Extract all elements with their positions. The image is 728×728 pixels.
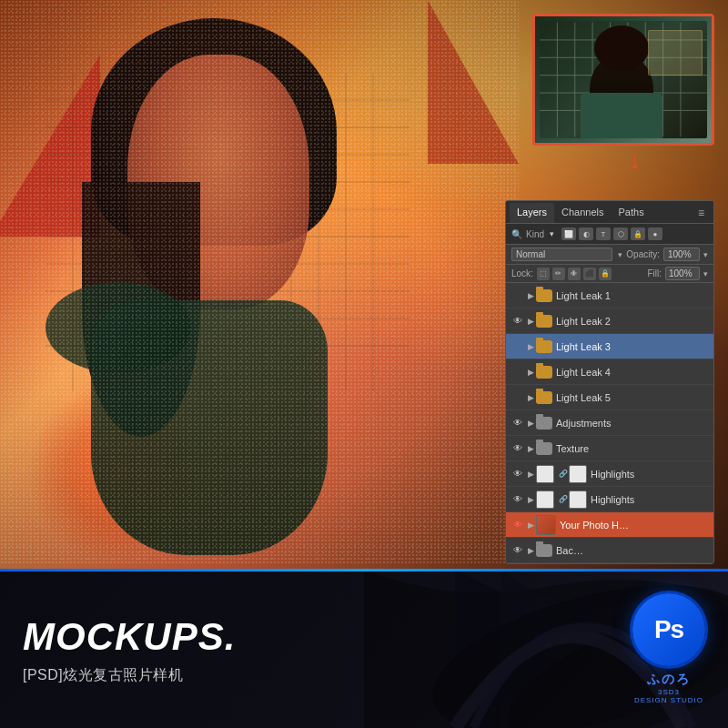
filter-shape-icon[interactable]: ⬡ [613, 228, 628, 240]
tab-paths[interactable]: Paths [612, 203, 652, 223]
layer-arrow-7[interactable]: ▶ [525, 469, 536, 480]
lock-icons-group: ⬚ ✏ ✙ ⬛ 🔒 [537, 268, 612, 280]
layer-arrow-1[interactable]: ▶ [525, 316, 536, 327]
layer-row-0[interactable]: ▶Light Leak 1 [506, 283, 713, 308]
search-icon: 🔍 [511, 229, 522, 239]
thumbnail-panel [532, 14, 714, 146]
layer-arrow-2[interactable]: ▶ [525, 341, 536, 352]
layer-eye-3[interactable] [511, 365, 525, 379]
layers-menu-icon[interactable]: ≡ [693, 203, 710, 223]
lock-transparency-icon[interactable]: ⬚ [537, 268, 550, 280]
tab-spacer [652, 203, 693, 223]
layer-row-1[interactable]: 👁▶Light Leak 2 [506, 308, 713, 334]
studio-logo: ふのろ 3SD3DESIGN STUDIO [634, 672, 703, 704]
logo-area: Ps ふのろ 3SD3DESIGN STUDIO [632, 593, 705, 704]
opacity-label: Opacity: [626, 249, 660, 259]
layer-arrow-9[interactable]: ▶ [525, 520, 536, 531]
layer-name-4: Light Leak 5 [556, 392, 709, 403]
layer-thumb-a-7 [536, 465, 554, 483]
mockup-title: MOCKUPS. [23, 616, 632, 658]
filter-adj-icon[interactable]: ◐ [579, 228, 593, 240]
layer-folder-icon-10 [536, 544, 552, 557]
filter-pixel-icon[interactable]: ⬜ [561, 228, 576, 240]
layer-photo-thumb-9 [536, 515, 556, 535]
layers-lock-row: Lock: ⬚ ✏ ✙ ⬛ 🔒 Fill: 100% ▾ [506, 265, 713, 283]
main-container: ↓ Layers Channels Paths ≡ 🔍 Kind ▾ ⬜ ◐ T… [0, 0, 728, 728]
bottom-text-area: MOCKUPS. [PSD]炫光复古照片样机 [23, 612, 632, 684]
layer-name-0: Light Leak 1 [556, 290, 709, 301]
layer-name-10: Bac… [556, 545, 709, 556]
layer-folder-icon-1 [536, 315, 552, 328]
kind-dropdown-arrow: ▾ [550, 229, 554, 238]
layer-row-8[interactable]: 👁▶🔗Highlights [506, 487, 713, 512]
layers-filter-bar: 🔍 Kind ▾ ⬜ ◐ T ⬡ 🔒 ● [506, 224, 713, 245]
layer-eye-9[interactable]: 👁 [511, 518, 525, 532]
layer-name-3: Light Leak 4 [556, 367, 709, 378]
bottom-bar: MOCKUPS. [PSD]炫光复古照片样机 Ps ふのろ 3SD3DESIGN… [0, 569, 728, 728]
layer-chain-8: 🔗 [558, 490, 569, 509]
lock-all-icon[interactable]: 🔒 [599, 268, 612, 280]
opacity-input[interactable]: 100% [663, 248, 700, 261]
layer-row-2[interactable]: ▶Light Leak 3 [506, 334, 713, 359]
layer-eye-8[interactable]: 👁 [511, 492, 525, 507]
layer-folder-icon-2 [536, 340, 552, 353]
mockup-subtitle: [PSD]炫光复古照片样机 [23, 666, 632, 685]
layer-arrow-10[interactable]: ▶ [525, 545, 536, 556]
layer-thumb-a-8 [536, 490, 554, 509]
layers-tabs: Layers Channels Paths ≡ [506, 201, 713, 224]
layer-row-7[interactable]: 👁▶🔗Highlights [506, 461, 713, 487]
layer-eye-2[interactable] [511, 339, 525, 354]
layer-name-2: Light Leak 3 [556, 341, 709, 352]
layer-arrow-5[interactable]: ▶ [525, 418, 536, 429]
layer-eye-5[interactable]: 👁 [511, 416, 525, 430]
layer-name-5: Adjustments [556, 418, 709, 429]
opacity-arrow: ▾ [703, 250, 708, 259]
layer-eye-0[interactable] [511, 288, 525, 303]
layer-row-6[interactable]: 👁▶Texture [506, 436, 713, 461]
lock-artboard-icon[interactable]: ⬛ [583, 268, 596, 280]
blend-mode-select[interactable]: Normal [511, 248, 612, 261]
grain [0, 0, 519, 564]
lock-label: Lock: [511, 268, 533, 278]
lock-paint-icon[interactable]: ✏ [552, 268, 565, 280]
layer-arrow-6[interactable]: ▶ [525, 443, 536, 454]
ps-logo: Ps [632, 593, 705, 666]
layer-row-5[interactable]: 👁▶Adjustments [506, 410, 713, 436]
tab-channels[interactable]: Channels [554, 203, 611, 223]
person-photo [0, 0, 519, 564]
layer-eye-4[interactable] [511, 390, 525, 405]
fill-label: Fill: [647, 268, 662, 278]
arrow-down: ↓ [629, 147, 642, 173]
lock-move-icon[interactable]: ✙ [568, 268, 581, 280]
fill-arrow: ▾ [703, 269, 708, 278]
layer-arrow-8[interactable]: ▶ [525, 494, 536, 505]
layer-eye-6[interactable]: 👁 [511, 441, 525, 456]
layer-eye-7[interactable]: 👁 [511, 467, 525, 481]
layer-row-3[interactable]: ▶Light Leak 4 [506, 359, 713, 385]
layer-eye-1[interactable]: 👁 [511, 314, 525, 329]
layer-eye-10[interactable]: 👁 [511, 543, 525, 558]
layer-arrow-0[interactable]: ▶ [525, 290, 536, 301]
layer-row-9[interactable]: 👁▶Your Photo H… [506, 512, 713, 538]
filter-icon-group: ⬜ ◐ T ⬡ 🔒 ● [561, 228, 662, 240]
layer-row-4[interactable]: ▶Light Leak 5 [506, 385, 713, 410]
filter-smart-icon[interactable]: 🔒 [631, 228, 645, 240]
layer-arrow-4[interactable]: ▶ [525, 392, 536, 403]
tab-layers[interactable]: Layers [510, 203, 554, 223]
studio-name: ふのろ [647, 672, 691, 688]
filter-dot-icon[interactable]: ● [648, 228, 662, 240]
layer-name-9: Your Photo H… [560, 520, 709, 531]
layer-thumb-b-7 [569, 465, 587, 483]
blend-mode-arrow: ▾ [618, 250, 622, 259]
filter-type-icon[interactable]: T [596, 228, 611, 240]
layer-folder-icon-3 [536, 366, 552, 379]
layer-arrow-3[interactable]: ▶ [525, 367, 536, 378]
layer-row-10[interactable]: 👁▶Bac… [506, 538, 713, 563]
layer-folder-icon-6 [536, 442, 552, 455]
layer-name-6: Texture [556, 443, 709, 454]
layer-name-1: Light Leak 2 [556, 316, 709, 327]
fill-input[interactable]: 100% [665, 267, 700, 280]
layer-folder-icon-4 [536, 391, 552, 404]
layer-name-7: Highlights [591, 469, 709, 480]
filter-kind-label: Kind [526, 229, 544, 239]
